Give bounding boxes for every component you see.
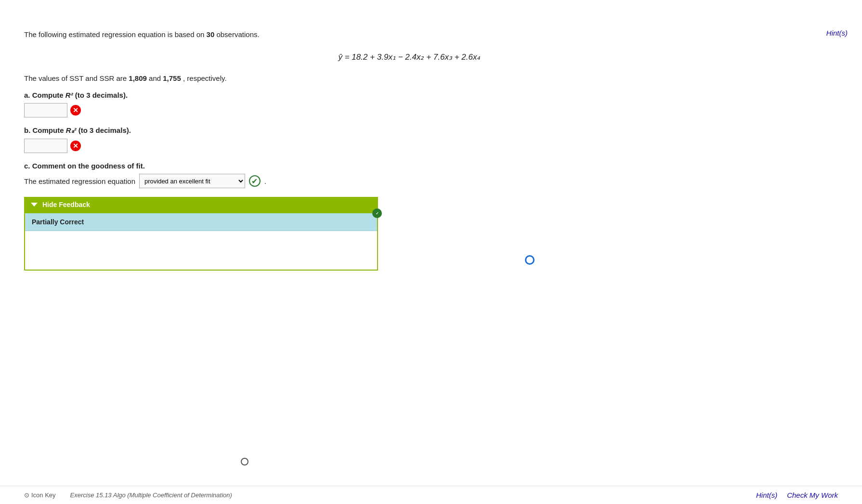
feedback-panel: ✓ Partially Correct [24, 212, 378, 271]
problem-intro: The following estimated regression equat… [24, 29, 650, 40]
exercise-label: Exercise 15.13 Algo (Multiple Coefficien… [70, 491, 232, 499]
part-c-dropdown-row: The estimated regression equation provid… [24, 174, 650, 188]
check-my-work-link[interactable]: Check My Work [787, 491, 838, 499]
bottom-right-links: Hint(s) Check My Work [756, 491, 838, 499]
part-a-label: a. Compute R² (to 3 decimals). [24, 91, 650, 99]
equation-text: ŷ = 18.2 + 3.9x₁ − 2.4x₂ + 7.6x₃ + 2.6x₄ [339, 52, 481, 62]
part-c-correct-icon: ✔ [249, 175, 261, 187]
part-b-input[interactable] [24, 139, 67, 153]
part-b-var: Rₐ² [66, 126, 77, 134]
part-c-prefix: The estimated regression equation [24, 177, 135, 185]
ssr-value: 1,755 [163, 74, 181, 82]
svg-text:✓: ✓ [376, 211, 379, 216]
sst-value: 1,809 [129, 74, 147, 82]
part-b-error-icon[interactable]: ✕ [70, 141, 81, 151]
feedback-status-text: Partially Correct [32, 218, 84, 226]
intro-text: The following estimated regression equat… [24, 30, 204, 39]
sst-ssr-line: The values of SST and SSR are 1,809 and … [24, 74, 650, 82]
part-b-label: b. Compute Rₐ² (to 3 decimals). [24, 126, 650, 135]
top-hint-link[interactable]: Hint(s) [826, 29, 848, 37]
bottom-hint-link[interactable]: Hint(s) [756, 491, 777, 499]
partially-correct-bar: Partially Correct [25, 213, 377, 231]
circle-bottom-indicator [241, 458, 248, 465]
part-a-input-row: ✕ [24, 103, 650, 117]
icon-key-label: Icon Key [31, 491, 56, 499]
feedback-close-icon[interactable]: ✓ [372, 208, 382, 218]
obs-unit: observations. [216, 30, 259, 39]
part-c-label: c. Comment on the goodness of fit. [24, 162, 650, 170]
equation-display: ŷ = 18.2 + 3.9x₁ − 2.4x₂ + 7.6x₃ + 2.6x₄ [169, 49, 650, 65]
icon-key-link[interactable]: ⊙ Icon Key [24, 491, 56, 499]
part-b-input-row: ✕ [24, 139, 650, 153]
hide-feedback-button[interactable]: Hide Feedback [24, 197, 378, 212]
feedback-arrow-icon [31, 203, 38, 207]
obs-count: 30 [207, 30, 215, 39]
part-a-input[interactable] [24, 103, 67, 117]
part-a-error-icon[interactable]: ✕ [70, 105, 81, 116]
cursor-indicator [525, 255, 535, 265]
footer-bar: ⊙ Icon Key Exercise 15.13 Algo (Multiple… [0, 486, 862, 504]
hide-feedback-label: Hide Feedback [42, 201, 90, 208]
part-a-var: R² [65, 91, 73, 99]
part-c-dropdown[interactable]: provided an excellent fit provided a goo… [139, 174, 245, 188]
feedback-content [25, 231, 377, 270]
